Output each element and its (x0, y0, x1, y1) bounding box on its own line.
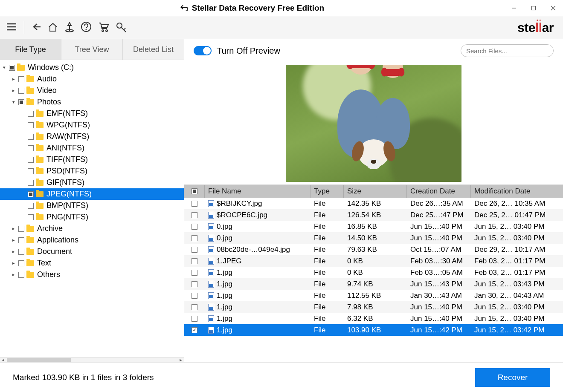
tree-checkbox[interactable] (28, 134, 34, 140)
tree-item[interactable]: ▸Text (0, 257, 184, 269)
tree-item[interactable]: ▸Document (0, 246, 184, 257)
row-checkbox[interactable] (192, 201, 197, 207)
tree-item[interactable]: ▸Audio (0, 73, 184, 85)
row-checkbox[interactable] (192, 247, 197, 253)
tree-checkbox[interactable] (28, 214, 34, 220)
home-button[interactable] (47, 22, 58, 34)
close-button[interactable] (543, 0, 563, 16)
expand-icon[interactable]: ▸ (11, 249, 16, 254)
tree-item[interactable]: BMP(NTFS) (0, 200, 184, 211)
file-row[interactable]: 1.JPEGFile0 KBFeb 03…:30 AMFeb 03, 2… 01… (184, 255, 563, 267)
tree-item[interactable]: TIFF(NTFS) (0, 154, 184, 165)
expand-icon[interactable]: ▸ (11, 237, 16, 243)
tree-item[interactable]: ▾Photos (0, 96, 184, 108)
tree-item[interactable]: ▸Others (0, 269, 184, 280)
tree-checkbox[interactable] (18, 237, 24, 243)
col-name[interactable]: File Name (205, 185, 311, 198)
tree-checkbox[interactable] (18, 99, 24, 105)
tree-item[interactable]: PNG(NTFS) (0, 211, 184, 223)
file-row[interactable]: 0.jpgFile16.85 KBJun 15…:40 PMJun 15, 2…… (184, 221, 563, 232)
expand-icon[interactable]: ▸ (11, 226, 16, 231)
file-row[interactable]: 1.jpgFile103.90 KBJun 15…:42 PMJun 15, 2… (184, 324, 563, 336)
tree-checkbox[interactable] (18, 76, 24, 82)
tree-checkbox[interactable] (18, 249, 24, 255)
col-type[interactable]: Type (311, 185, 344, 198)
row-checkbox[interactable] (192, 212, 197, 218)
file-row[interactable]: 1.jpgFile9.74 KBJun 15…:43 PMJun 15, 2… … (184, 278, 563, 290)
tree-horizontal-scrollbar[interactable]: ◄ ► (0, 357, 184, 362)
row-checkbox[interactable] (192, 293, 197, 299)
back-button[interactable] (31, 22, 41, 34)
row-checkbox[interactable] (192, 235, 197, 241)
folder-tree[interactable]: ▾Windows (C:)▸Audio▸Video▾PhotosEMF(NTFS… (0, 60, 184, 357)
menu-button[interactable] (6, 23, 17, 33)
tree-checkbox[interactable] (9, 65, 15, 71)
file-row[interactable]: 08bc20de-…049e4.jpgFile79.63 KBOct 15…:0… (184, 244, 563, 255)
tree-checkbox[interactable] (18, 260, 24, 266)
tree-checkbox[interactable] (18, 226, 24, 232)
tree-item[interactable]: JPEG(NTFS) (0, 188, 184, 200)
header-checkbox[interactable] (192, 188, 197, 194)
search-box[interactable] (461, 44, 554, 57)
tree-checkbox[interactable] (28, 180, 34, 186)
tab-file-type[interactable]: File Type (0, 39, 61, 60)
file-row[interactable]: $ROCPE6C.jpgFile126.54 KBDec 25…:47 PMDe… (184, 209, 563, 221)
file-name: 1.jpg (217, 303, 232, 311)
preview-toggle[interactable] (194, 46, 212, 55)
expand-icon[interactable]: ▾ (2, 65, 7, 70)
col-mdate[interactable]: Modification Date (471, 185, 556, 198)
expand-icon[interactable]: ▸ (11, 272, 16, 277)
tree-checkbox[interactable] (28, 203, 34, 209)
tree-checkbox[interactable] (28, 111, 34, 117)
file-row[interactable]: 1.jpgFile6.32 KBJun 15…:40 PMJun 15, 2… … (184, 313, 563, 324)
tree-item[interactable]: ▸Applications (0, 234, 184, 246)
tab-deleted-list[interactable]: Deleted List (123, 39, 184, 60)
file-table[interactable]: File Name Type Size Creation Date Modifi… (184, 184, 563, 362)
row-checkbox[interactable] (192, 224, 197, 230)
tree-checkbox[interactable] (28, 122, 34, 128)
tree-item[interactable]: ▸Video (0, 85, 184, 96)
expand-icon[interactable]: ▾ (11, 99, 16, 105)
tree-item[interactable]: WPG(NTFS) (0, 119, 184, 131)
col-cdate[interactable]: Creation Date (407, 185, 471, 198)
tree-item[interactable]: ▾Windows (C:) (0, 62, 184, 73)
tree-item[interactable]: EMF(NTFS) (0, 108, 184, 119)
tree-item[interactable]: RAW(NTFS) (0, 131, 184, 142)
tab-tree-view[interactable]: Tree View (61, 39, 123, 60)
help-button[interactable] (81, 21, 92, 34)
scan-button[interactable] (64, 21, 75, 34)
file-row[interactable]: 1.jpgFile112.55 KBJan 30…:43 AMJan 30, 2… (184, 290, 563, 301)
row-checkbox[interactable] (192, 304, 197, 310)
row-checkbox[interactable] (192, 258, 197, 264)
tree-label: RAW(NTFS) (46, 132, 89, 141)
expand-icon[interactable]: ▸ (11, 76, 16, 82)
tree-label: Archive (36, 224, 63, 233)
expand-icon[interactable]: ▸ (11, 260, 16, 266)
row-checkbox[interactable] (192, 316, 197, 322)
col-size[interactable]: Size (344, 185, 407, 198)
file-row[interactable]: 1.jpgFile0 KBFeb 03…:05 AMFeb 03, 2… 01:… (184, 267, 563, 278)
row-checkbox[interactable] (192, 327, 197, 333)
tree-checkbox[interactable] (28, 168, 34, 174)
search-input[interactable] (466, 47, 547, 55)
file-row[interactable]: 0.jpgFile14.50 KBJun 15…:40 PMJun 15, 2…… (184, 232, 563, 244)
recover-button[interactable]: Recover (475, 368, 550, 387)
file-row[interactable]: $RBIJKCY.jpgFile142.35 KBDec 26…:35 AMDe… (184, 198, 563, 209)
tree-checkbox[interactable] (28, 191, 34, 197)
tree-checkbox[interactable] (18, 272, 24, 278)
tree-checkbox[interactable] (28, 145, 34, 151)
key-button[interactable] (116, 21, 128, 34)
row-checkbox[interactable] (192, 281, 197, 287)
tree-checkbox[interactable] (18, 88, 24, 94)
cart-button[interactable] (98, 21, 110, 34)
minimize-button[interactable] (504, 0, 524, 16)
tree-item[interactable]: ▸Archive (0, 223, 184, 234)
row-checkbox[interactable] (192, 270, 197, 276)
tree-item[interactable]: ANI(NTFS) (0, 142, 184, 154)
expand-icon[interactable]: ▸ (11, 88, 16, 93)
tree-item[interactable]: PSD(NTFS) (0, 165, 184, 177)
file-row[interactable]: 1.jpgFile7.98 KBJun 15…:40 PMJun 15, 2… … (184, 301, 563, 313)
tree-checkbox[interactable] (28, 157, 34, 163)
maximize-button[interactable] (524, 0, 543, 16)
tree-item[interactable]: GIF(NTFS) (0, 177, 184, 188)
